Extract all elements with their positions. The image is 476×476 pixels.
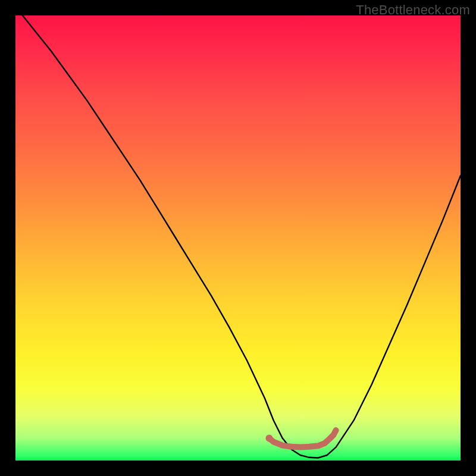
chart-svg [15, 15, 461, 461]
highlight-start-dot [265, 435, 273, 442]
series-curve [15, 15, 461, 458]
chart-frame: TheBottleneck.com [0, 0, 476, 476]
watermark-text: TheBottleneck.com [356, 2, 470, 18]
chart-plot-area [15, 15, 461, 461]
